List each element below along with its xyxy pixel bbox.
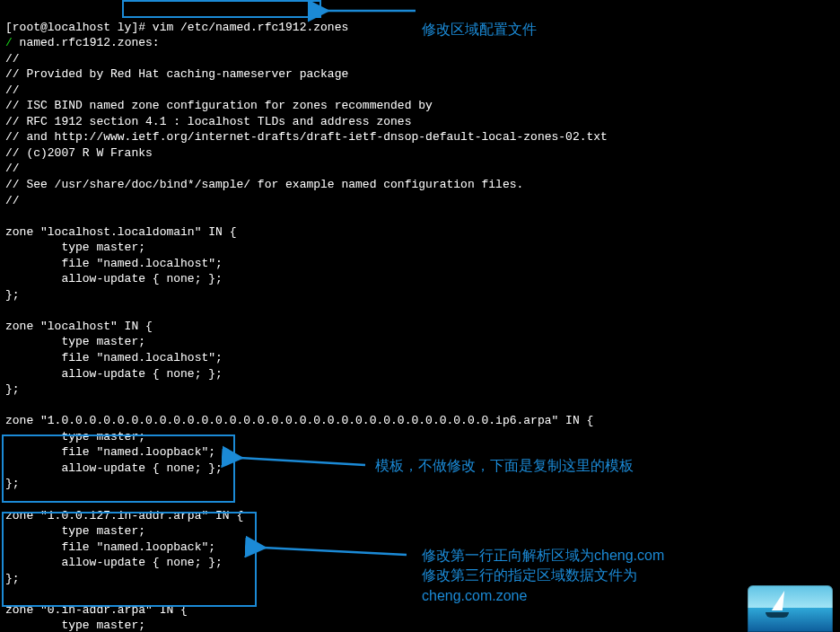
zone3-b1: file "named.loopback"; [5,540,215,554]
hdr3: // [5,83,20,97]
zone2-b1: file "named.loopback"; [5,445,215,459]
zone1-b0: type master; [5,335,145,348]
annotation-top: 修改区域配置文件 [422,20,537,40]
taskbar-preview-icon[interactable] [748,585,833,632]
zone3-close: }; [5,572,20,585]
terminal-output: [root@localhost ly]# vim /etc/named.rfc1… [0,0,840,632]
zone4-b0: type master; [5,619,145,632]
zone3-b2: allow-update { none; }; [5,556,223,569]
zone1-open: zone "localhost" IN { [5,320,153,333]
zone3-open: zone "1.0.0.127.in-addr.arpa" IN { [5,509,243,522]
zone4-open: zone "0.in-addr.arpa" IN { [5,603,188,617]
zone0-close: }; [5,288,20,302]
hdr1: // [5,52,20,66]
arrow-bottom [258,539,411,566]
zone1-close: }; [5,382,20,396]
zone2-b2: allow-update { none; }; [5,461,223,475]
hdr2: // Provided by Red Hat caching-nameserve… [5,67,348,81]
zone3-b0: type master; [5,524,145,538]
annotation-bottom-l2: 修改第三行的指定区域数据文件为 [422,567,637,583]
annotation-bottom-l3: cheng.com.zone [422,588,527,603]
zone2-close: }; [5,477,20,490]
svg-line-2 [263,548,407,555]
zone0-b0: type master; [5,241,145,254]
hdr6: // and http://www.ietf.org/internet-draf… [5,130,608,144]
annotation-bottom: 修改第一行正向解析区域为cheng.com 修改第三行的指定区域数据文件为 ch… [422,546,664,606]
hdr10: // [5,194,20,207]
annotation-bottom-l1: 修改第一行正向解析区域为cheng.com [422,548,664,563]
command-text[interactable]: # vim /etc/named.rfc1912.zones [138,21,348,34]
hdr4: // ISC BIND named zone configuration for… [5,99,433,112]
hdr7: // (c)2007 R W Franks [5,146,153,160]
hdr5: // RFC 1912 section 4.1 : localhost TLDs… [5,115,411,128]
file-head-marker: / [5,36,13,49]
arrow-top [321,2,420,20]
zone0-open: zone "localhost.localdomain" IN { [5,225,236,239]
hdr0: named.rfc1912.zones: [13,36,160,49]
hdr8: // [5,162,20,175]
svg-line-1 [240,458,365,465]
zone0-b1: file "named.localhost"; [5,257,223,270]
arrow-middle [235,447,370,474]
hdr9: // See /usr/share/doc/bind*/sample/ for … [5,178,523,191]
zone0-b2: allow-update { none; }; [5,272,223,285]
zone1-b1: file "named.localhost"; [5,351,223,364]
zone1-b2: allow-update { none; }; [5,367,223,381]
zone2-b0: type master; [5,430,145,443]
zone2-open: zone "1.0.0.0.0.0.0.0.0.0.0.0.0.0.0.0.0.… [5,414,593,427]
annotation-middle: 模板，不做修改，下面是复制这里的模板 [375,456,634,476]
shell-prompt: [root@localhost ly] [5,21,138,34]
